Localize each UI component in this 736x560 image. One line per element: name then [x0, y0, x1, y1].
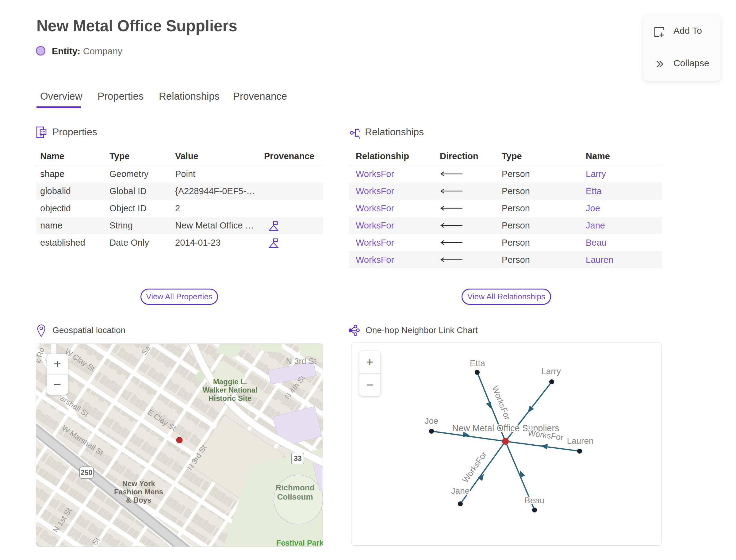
- svg-text:Larry: Larry: [541, 366, 561, 376]
- svg-text:& Boys: & Boys: [126, 496, 151, 504]
- svg-text:33: 33: [294, 455, 302, 462]
- svg-text:250: 250: [81, 469, 92, 477]
- svg-text:Beau: Beau: [524, 496, 544, 505]
- svg-text:Walker National: Walker National: [202, 386, 257, 394]
- svg-text:Fashion Mens: Fashion Mens: [114, 488, 163, 496]
- svg-text:New York: New York: [122, 479, 155, 488]
- svg-text:WorksFor: WorksFor: [461, 450, 489, 485]
- svg-text:Etta: Etta: [470, 359, 485, 368]
- svg-text:Festival Park: Festival Park: [276, 539, 323, 547]
- svg-text:Lauren: Lauren: [567, 436, 593, 446]
- svg-text:Historic Site: Historic Site: [209, 394, 251, 402]
- svg-text:Richmond: Richmond: [275, 483, 314, 492]
- svg-text:Jane: Jane: [451, 486, 470, 496]
- svg-text:WorksFor: WorksFor: [490, 385, 512, 421]
- svg-text:Joe: Joe: [424, 416, 438, 426]
- svg-text:Coliseum: Coliseum: [277, 492, 313, 501]
- svg-text:N 3rd St: N 3rd St: [286, 357, 316, 366]
- svg-text:Maggie L.: Maggie L.: [213, 378, 247, 386]
